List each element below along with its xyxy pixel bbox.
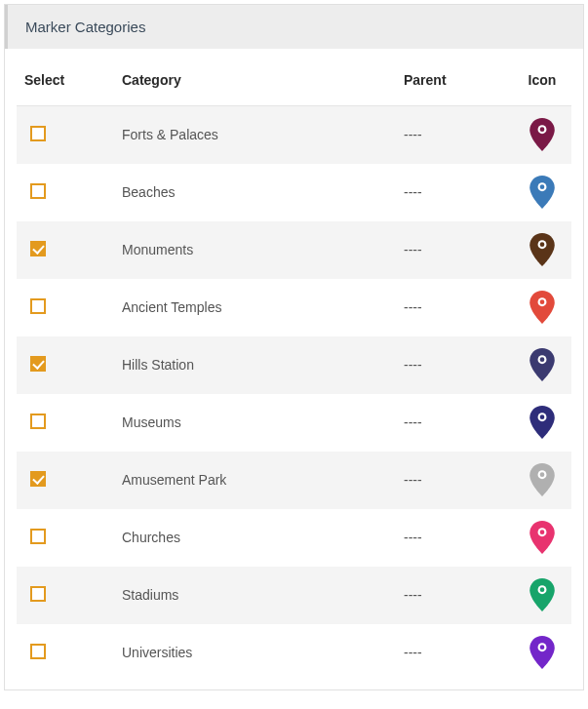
cell-category: Monuments	[114, 221, 396, 279]
svg-point-19	[540, 645, 545, 650]
col-select: Select	[17, 62, 114, 106]
cell-parent: ----	[396, 624, 513, 682]
table-row: Beaches----	[17, 164, 571, 221]
cell-category: Churches	[114, 509, 396, 567]
cell-category: Hills Station	[114, 336, 396, 394]
cell-parent: ----	[396, 164, 513, 221]
cell-category: Museums	[114, 394, 396, 452]
cell-parent: ----	[396, 567, 513, 624]
map-pin-icon	[529, 176, 555, 209]
cell-category: Amusement Park	[114, 452, 396, 509]
svg-point-17	[540, 587, 545, 592]
table-row: Monuments----	[17, 221, 571, 279]
table-row: Churches----	[17, 509, 571, 567]
svg-point-9	[540, 357, 545, 362]
cell-icon	[513, 164, 571, 221]
select-checkbox[interactable]	[30, 241, 46, 256]
map-pin-icon	[529, 578, 555, 611]
map-pin-icon	[529, 233, 555, 266]
map-pin-icon	[529, 463, 555, 496]
table-row: Museums----	[17, 394, 571, 452]
cell-parent: ----	[396, 221, 513, 279]
cell-select	[17, 221, 114, 279]
table-row: Amusement Park----	[17, 452, 571, 509]
svg-point-3	[540, 184, 545, 189]
map-pin-icon	[529, 406, 555, 439]
cell-select	[17, 567, 114, 624]
cell-select	[17, 279, 114, 336]
cell-parent: ----	[396, 336, 513, 394]
svg-point-15	[540, 530, 545, 534]
cell-icon	[513, 624, 571, 682]
cell-icon	[513, 336, 571, 394]
cell-icon	[513, 106, 571, 164]
cell-category: Stadiums	[114, 567, 396, 624]
map-pin-icon	[529, 348, 555, 381]
cell-icon	[513, 452, 571, 509]
cell-category: Universities	[114, 624, 396, 682]
cell-parent: ----	[396, 394, 513, 452]
table-header-row: Select Category Parent Icon	[17, 62, 571, 106]
select-checkbox[interactable]	[30, 414, 46, 429]
select-checkbox[interactable]	[30, 356, 46, 372]
marker-categories-panel: Marker Categories Select Category Parent…	[4, 4, 584, 690]
cell-select	[17, 624, 114, 682]
svg-point-11	[540, 414, 545, 419]
table-row: Forts & Palaces----	[17, 106, 571, 164]
cell-select	[17, 336, 114, 394]
cell-parent: ----	[396, 452, 513, 509]
col-icon: Icon	[513, 62, 571, 106]
categories-table: Select Category Parent Icon Forts & Pala…	[17, 62, 571, 682]
svg-point-5	[540, 242, 545, 247]
select-checkbox[interactable]	[30, 126, 46, 141]
cell-select	[17, 164, 114, 221]
table-container: Select Category Parent Icon Forts & Pala…	[5, 49, 583, 689]
map-pin-icon	[529, 118, 555, 151]
cell-category: Beaches	[114, 164, 396, 221]
map-pin-icon	[529, 291, 555, 324]
table-row: Ancient Temples----	[17, 279, 571, 336]
cell-category: Ancient Temples	[114, 279, 396, 336]
svg-point-1	[540, 128, 545, 133]
table-row: Stadiums----	[17, 567, 571, 624]
cell-select	[17, 452, 114, 509]
table-row: Hills Station----	[17, 336, 571, 394]
cell-icon	[513, 394, 571, 452]
cell-icon	[513, 221, 571, 279]
select-checkbox[interactable]	[30, 298, 46, 314]
svg-point-7	[540, 299, 545, 304]
select-checkbox[interactable]	[30, 644, 46, 659]
cell-parent: ----	[396, 279, 513, 336]
table-row: Universities----	[17, 624, 571, 682]
svg-point-13	[540, 472, 545, 477]
cell-icon	[513, 567, 571, 624]
cell-icon	[513, 509, 571, 567]
cell-select	[17, 394, 114, 452]
cell-category: Forts & Palaces	[114, 106, 396, 164]
col-parent: Parent	[396, 62, 513, 106]
cell-parent: ----	[396, 106, 513, 164]
map-pin-icon	[529, 636, 555, 669]
select-checkbox[interactable]	[30, 471, 46, 487]
panel-title: Marker Categories	[5, 5, 583, 49]
cell-select	[17, 509, 114, 567]
cell-icon	[513, 279, 571, 336]
map-pin-icon	[529, 521, 555, 554]
cell-select	[17, 106, 114, 164]
select-checkbox[interactable]	[30, 183, 46, 199]
cell-parent: ----	[396, 509, 513, 567]
col-category: Category	[114, 62, 396, 106]
select-checkbox[interactable]	[30, 586, 46, 602]
select-checkbox[interactable]	[30, 529, 46, 544]
